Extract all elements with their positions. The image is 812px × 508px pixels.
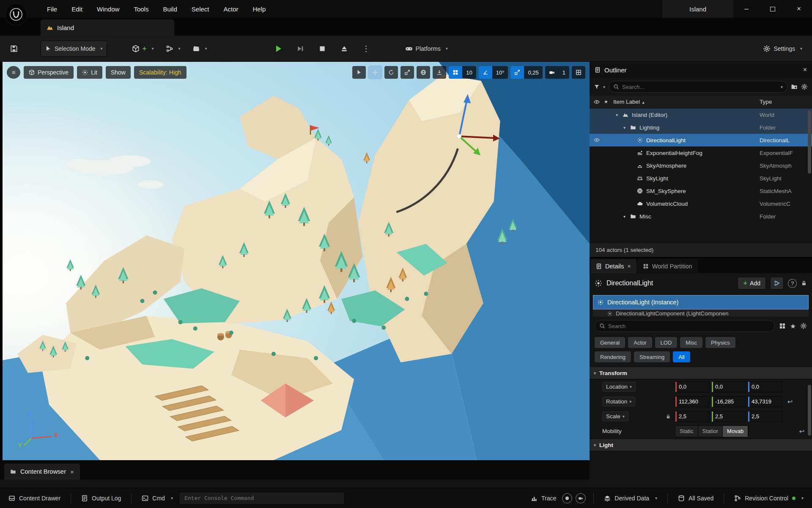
- selection-mode-dropdown[interactable]: Selection Mode ▾: [41, 41, 107, 57]
- show-dropdown[interactable]: Show: [106, 66, 131, 79]
- menu-edit[interactable]: Edit: [65, 3, 89, 15]
- derived-data-button[interactable]: Derived Data ▾: [601, 495, 660, 502]
- add-content-button[interactable]: + ▾: [128, 41, 158, 57]
- menu-window[interactable]: Window: [91, 3, 126, 15]
- pin-column-icon[interactable]: ★: [604, 99, 608, 105]
- mobility-movable[interactable]: Movab: [723, 426, 748, 437]
- filter-misc[interactable]: Misc: [680, 337, 702, 348]
- item-label-column[interactable]: Item Label ▲: [613, 99, 760, 105]
- select-tool-button[interactable]: [352, 66, 366, 79]
- content-drawer-button[interactable]: Content Drawer: [6, 495, 63, 502]
- eject-button[interactable]: [336, 41, 352, 57]
- camera-speed-control[interactable]: 1: [545, 66, 569, 79]
- output-log-button[interactable]: Output Log: [79, 495, 123, 502]
- scale-snap-toggle[interactable]: 0,25: [510, 66, 542, 79]
- snapshot-button[interactable]: [576, 493, 586, 503]
- filter-streaming[interactable]: Streaming: [634, 351, 670, 362]
- outliner-row-exponentialheightfog[interactable]: ExponentialHeightFog ExponentialF: [590, 146, 812, 159]
- console-command-box[interactable]: [179, 492, 345, 505]
- details-search-input[interactable]: [608, 323, 770, 329]
- save-button[interactable]: [6, 41, 22, 57]
- outliner-row-misc[interactable]: ▾ Misc Folder: [590, 210, 812, 223]
- outliner-search[interactable]: ▾: [609, 81, 787, 93]
- rotation-combo[interactable]: Rotation▾: [602, 397, 673, 406]
- outliner-row-smskysphere[interactable]: SM_SkySphere StaticMeshA: [590, 185, 812, 197]
- trace-button[interactable]: Trace: [528, 495, 559, 502]
- insights-channels-button[interactable]: [562, 493, 572, 503]
- display-options-button[interactable]: [779, 323, 786, 329]
- open-blueprint-button[interactable]: [770, 277, 784, 290]
- rotation-y-input[interactable]: -16,285: [711, 396, 746, 407]
- rotation-snap-toggle[interactable]: 10°: [479, 66, 508, 79]
- rotate-tool-button[interactable]: [384, 66, 398, 79]
- minimize-button[interactable]: –: [733, 0, 760, 18]
- location-combo[interactable]: Location▾: [602, 382, 673, 392]
- view-mode-dropdown[interactable]: Lit: [77, 66, 102, 79]
- world-local-toggle[interactable]: [417, 66, 430, 79]
- type-column[interactable]: Type: [760, 99, 812, 105]
- mobility-static[interactable]: Static: [675, 426, 698, 437]
- outliner-filter-button[interactable]: ▾: [594, 84, 605, 90]
- perspective-dropdown[interactable]: Perspective: [24, 66, 74, 79]
- filter-rendering[interactable]: Rendering: [595, 351, 631, 362]
- outliner-row-island[interactable]: ▾ Island (Editor) World: [590, 108, 812, 121]
- favorites-icon[interactable]: ★: [790, 322, 796, 330]
- location-x-input[interactable]: 0,0: [675, 381, 710, 392]
- console-command-input[interactable]: [184, 495, 339, 501]
- outliner-column-header[interactable]: ★ Item Label ▲ Type: [590, 96, 812, 108]
- platforms-dropdown[interactable]: Platforms ▾: [401, 41, 452, 57]
- play-button[interactable]: [270, 41, 286, 57]
- menu-file[interactable]: File: [41, 3, 63, 15]
- scale-tool-button[interactable]: [401, 66, 414, 79]
- outliner-scrollbar[interactable]: [808, 110, 811, 174]
- close-button[interactable]: ×: [786, 0, 812, 18]
- maximize-button[interactable]: [760, 0, 786, 18]
- outliner-settings-button[interactable]: [801, 83, 808, 90]
- menu-select[interactable]: Select: [185, 3, 216, 15]
- rotation-x-input[interactable]: 112,360: [675, 396, 710, 407]
- grid-snap-toggle[interactable]: 10: [449, 66, 476, 79]
- create-folder-button[interactable]: [791, 83, 798, 90]
- details-search[interactable]: [595, 320, 775, 332]
- outliner-row-volumetriccloud[interactable]: VolumetricCloud VolumetricC: [590, 197, 812, 210]
- lock-icon[interactable]: [801, 280, 807, 286]
- blueprints-button[interactable]: ▾: [162, 41, 184, 57]
- filter-actor[interactable]: Actor: [628, 337, 652, 348]
- instance-row[interactable]: DirectionalLight (Instance): [593, 295, 809, 309]
- outliner-row-skylight[interactable]: SkyLight SkyLight: [590, 172, 812, 185]
- details-settings-button[interactable]: [800, 323, 807, 329]
- scale-y-input[interactable]: 2,5: [711, 411, 746, 422]
- mobility-stationary[interactable]: Statior: [698, 426, 723, 437]
- filter-lod[interactable]: LOD: [655, 337, 678, 348]
- settings-dropdown[interactable]: Settings ▾: [759, 41, 806, 57]
- help-icon[interactable]: ?: [788, 279, 797, 288]
- tab-details[interactable]: Details ×: [590, 259, 636, 273]
- cinematics-button[interactable]: ▾: [189, 41, 211, 57]
- tab-world-partition[interactable]: World Partition: [637, 259, 698, 273]
- reset-rotation-button[interactable]: ↩: [784, 398, 796, 406]
- outliner-row-skyatmosphere[interactable]: SkyAtmosphere SkyAtmosph: [590, 159, 812, 172]
- location-y-input[interactable]: 0,0: [711, 381, 746, 392]
- viewport-options-button[interactable]: ≡: [7, 66, 20, 79]
- transform-section-header[interactable]: ▾ Transform: [590, 367, 812, 379]
- menu-actor[interactable]: Actor: [217, 3, 244, 15]
- viewport-3d[interactable]: ≡ Perspective Lit Show Scalability: High: [3, 62, 590, 460]
- transform-gizmo[interactable]: [430, 87, 523, 172]
- close-icon[interactable]: ×: [70, 468, 74, 475]
- expand-caret[interactable]: ▾: [623, 125, 630, 130]
- close-icon[interactable]: ×: [803, 66, 807, 74]
- menu-tools[interactable]: Tools: [127, 3, 155, 15]
- details-scrollbar[interactable]: [808, 385, 811, 436]
- scalability-button[interactable]: Scalability: High: [134, 66, 187, 79]
- eye-icon[interactable]: [594, 137, 600, 143]
- tab-content-browser[interactable]: Content Browser ×: [4, 464, 80, 480]
- all-saved-indicator[interactable]: All Saved: [675, 495, 716, 502]
- eye-icon[interactable]: [594, 99, 600, 105]
- menu-build[interactable]: Build: [156, 3, 183, 15]
- outliner-row-lighting[interactable]: ▾ Lighting Folder: [590, 121, 812, 134]
- component-row[interactable]: DirectionalLightComponent (LightComponen: [593, 309, 809, 317]
- surface-snap-button[interactable]: [433, 66, 446, 79]
- location-z-input[interactable]: 0,0: [748, 381, 782, 392]
- light-section-header[interactable]: ▾ Light: [590, 439, 812, 451]
- expand-caret[interactable]: ▾: [616, 113, 623, 117]
